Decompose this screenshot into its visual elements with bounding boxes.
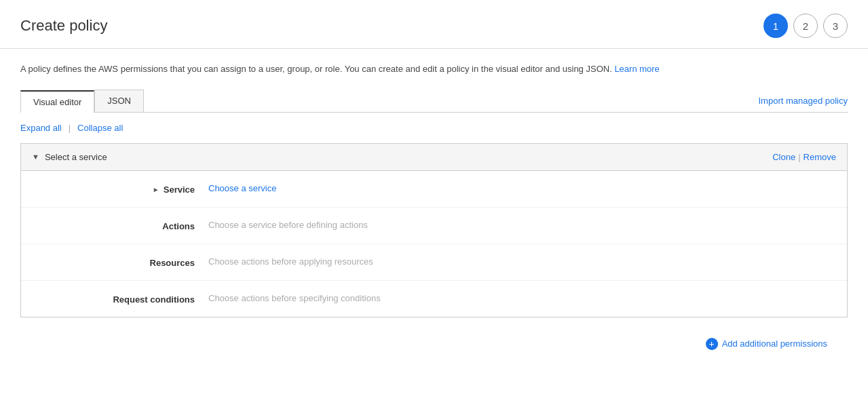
section-chevron-icon: ▼ xyxy=(32,153,39,161)
choose-service-link[interactable]: Choose a service xyxy=(208,183,276,193)
import-managed-policy-link[interactable]: Import managed policy xyxy=(758,96,848,106)
request-conditions-field-row: Request conditions Choose actions before… xyxy=(21,280,847,317)
service-expand-icon: ► xyxy=(153,186,159,193)
expand-collapse-row: Expand all | Collapse all xyxy=(20,123,848,133)
expand-all-link[interactable]: Expand all xyxy=(20,123,62,133)
add-permissions-label: Add additional permissions xyxy=(722,339,827,349)
collapse-all-link[interactable]: Collapse all xyxy=(77,123,123,133)
tabs-row: Visual editor JSON Import managed policy xyxy=(20,90,848,113)
add-additional-permissions-button[interactable]: + Add additional permissions xyxy=(706,338,827,350)
actions-value: Choose a service before defining actions xyxy=(208,220,368,230)
page-title: Create policy xyxy=(20,17,107,35)
resources-field-row: Resources Choose actions before applying… xyxy=(21,244,847,280)
actions-label: Actions xyxy=(32,220,208,231)
remove-button[interactable]: Remove xyxy=(804,152,836,162)
page-container: Create policy 1 2 3 A policy defines the… xyxy=(0,0,868,405)
tab-json[interactable]: JSON xyxy=(94,90,144,112)
step-2-indicator[interactable]: 2 xyxy=(793,14,818,38)
actions-field-row: Actions Choose a service before defining… xyxy=(21,207,847,244)
service-field-row: ► Service Choose a service xyxy=(21,171,847,207)
header: Create policy 1 2 3 xyxy=(0,0,868,49)
content-area: A policy defines the AWS permissions tha… xyxy=(0,49,868,377)
step-indicators: 1 2 3 xyxy=(763,14,848,38)
learn-more-link[interactable]: Learn more xyxy=(614,64,659,74)
clone-button[interactable]: Clone xyxy=(772,152,795,162)
section-header-actions: Clone | Remove xyxy=(772,152,836,162)
plus-circle-icon: + xyxy=(706,338,718,350)
resources-value: Choose actions before applying resources xyxy=(208,256,373,267)
request-conditions-label: Request conditions xyxy=(32,293,208,305)
add-permissions-row: + Add additional permissions xyxy=(20,331,848,364)
tabs: Visual editor JSON xyxy=(20,90,144,112)
resources-label: Resources xyxy=(32,256,208,268)
section-header: ▼ Select a service Clone | Remove xyxy=(21,144,847,171)
service-value: Choose a service xyxy=(208,183,276,193)
request-conditions-value: Choose actions before specifying conditi… xyxy=(208,293,381,303)
description-text: A policy defines the AWS permissions tha… xyxy=(20,62,848,76)
tab-visual-editor[interactable]: Visual editor xyxy=(20,90,94,113)
step-3-indicator[interactable]: 3 xyxy=(823,14,848,38)
policy-section: ▼ Select a service Clone | Remove ► Serv… xyxy=(20,143,848,317)
step-1-indicator[interactable]: 1 xyxy=(763,14,788,38)
section-header-label: Select a service xyxy=(45,152,107,162)
service-label: ► Service xyxy=(32,183,208,195)
section-body: ► Service Choose a service Actions Choos… xyxy=(21,171,847,317)
